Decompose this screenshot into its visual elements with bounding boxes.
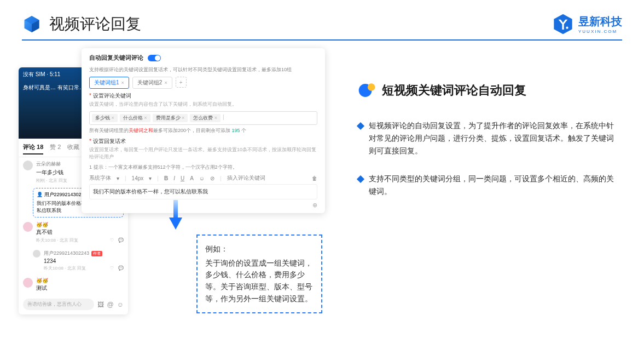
keyword-input[interactable]: 多少钱 什么价格 费用是多少 怎么收费 | [89,111,317,125]
panel-desc: 支持根据评论的关键词设置回复话术，可以针对不同类型关键词设置回复话术，最多添加1… [89,66,292,73]
comment-input[interactable]: 善语结善缘，恶言伤人心 [23,299,94,310]
reply-textarea[interactable]: 我们不同的版本价格不一样，您可以私信联系我 [89,184,317,199]
comment-text: 真不错 [36,228,124,236]
brand-logo: 昱新科技 YUUXIN.COM [552,13,622,35]
chat-bubble-icon [358,81,376,100]
video-caption: 身材可真是… 有笑口常… [23,84,85,91]
page-title: 视频评论回复 [49,14,141,35]
arrow-down-icon [169,200,182,230]
emoji-button[interactable]: ☺ [199,175,205,181]
diamond-icon [357,175,364,183]
keyword-count-hint: 所有关键词组里的关键词之和最多可添加200个，目前剩余可添加 195 个 [89,127,317,134]
add-reply-button[interactable]: ⊕ [312,202,317,209]
tab-favs[interactable]: 收藏 [67,143,79,155]
underline-button[interactable]: U [181,175,184,181]
clear-button[interactable]: ⊘ [210,175,214,181]
header-rule [22,39,622,41]
feature-bullet: 短视频评论的自动回复设置，为了提升作者的评论回复效率，在系统中针对常见的评论用户… [358,119,620,157]
comment-user: 🥳🥳 [36,222,124,227]
feature-title: 短视频关键词评论自动回复 [382,82,526,99]
cube-icon [22,14,42,34]
svg-point-0 [566,27,568,29]
tab-comments[interactable]: 评论 18 [23,143,43,155]
font-family-select[interactable]: 系统字体 [89,174,111,182]
reply-hint: 设置回复话术，每回复一个用户评论只发送一条话术。最多支持设置10条不同话术，按滚… [89,146,317,161]
length-hint: 1 提示：一个富文本框最多支持512个字符，一个汉字占用2个字符。 [89,164,317,171]
keyword-chip[interactable]: 多少钱 [92,114,118,122]
color-button[interactable]: A [190,175,194,181]
keywords-label: 设置评论关键词 [89,92,317,100]
insert-keyword-button[interactable]: 插入评论关键词 [227,174,265,182]
reply-icon: 💬 [118,238,124,243]
example-body: 关于询价的设置成一组关键词，多少钱、什么价格，费用多少等。关于咨询班型、版本、型… [205,258,314,305]
svg-rect-1 [173,200,178,219]
comment-meta: 昨天10:08 · 北京 回复 ♡💬 [36,237,124,243]
image-icon[interactable]: 🖼 [97,301,104,308]
logo-hex-icon [552,13,574,35]
example-title: 例如： [205,243,314,255]
tab-likes[interactable]: 赞 2 [50,143,61,155]
keyword-chip[interactable]: 怎么收费 [190,114,221,122]
emoji-icon[interactable]: ☺ [117,301,124,308]
status-bar: 没有 SIM · 5:11 [23,71,60,78]
avatar [23,161,33,170]
comment-item: 🥳🥳 真不错 昨天10:08 · 北京 回复 ♡💬 [19,219,128,247]
comment-input-bar: 善语结善缘，恶言伤人心 🖼 @ ☺ [23,299,124,310]
settings-panel: 自动回复关键词评论 支持根据评论的关键词设置回复话术，可以针对不同类型关键词设置… [82,48,325,213]
keyword-chip[interactable]: 费用是多少 [153,114,188,122]
keyword-chip[interactable]: 什么价格 [120,114,150,122]
keywords-hint: 设置关键词，当评论里内容包含了以下关键词，则系统可自动回复。 [89,101,317,108]
reply-label: 设置回复话术 [89,138,317,145]
comment-item: 🥳🥳 测试 [19,274,128,296]
autoreply-toggle[interactable] [148,55,161,61]
panel-title: 自动回复关键词评论 [89,54,143,62]
example-box: 例如： 关于询价的设置成一组关键词，多少钱、什么价格，费用多少等。关于咨询班型、… [196,234,322,313]
comment-reply-item: 用户2299214302243作者 1234 昨天10:08 · 北京 回复 ♡… [19,247,128,274]
bold-button[interactable]: B [164,175,168,181]
keyword-group-tab[interactable]: 关键词组1× [89,77,129,89]
logo-subtext: YUUXIN.COM [578,29,622,34]
add-group-button[interactable]: + [176,77,187,88]
diamond-icon [357,122,364,130]
editor-toolbar: 系统字体▾ | 14px▾ | B I U A ☺ ⊘ | 插入评论关键词 🗑 [89,174,317,182]
font-size-select[interactable]: 14px [132,175,144,181]
delete-button[interactable]: 🗑 [312,175,317,181]
keyword-group-tab[interactable]: 关键词组2× [132,77,172,89]
logo-text: 昱新科技 [578,14,622,29]
avatar [33,250,40,258]
feature-bullet: 支持不同类型的关键词分组，同一类问题，可设置多个相近的、高频的关键词。 [358,173,620,198]
avatar [23,278,33,288]
avatar [23,222,33,232]
svg-point-3 [368,83,375,91]
italic-button[interactable]: I [173,175,175,181]
at-icon[interactable]: @ [107,301,114,308]
heart-icon: ♡ [110,238,114,243]
